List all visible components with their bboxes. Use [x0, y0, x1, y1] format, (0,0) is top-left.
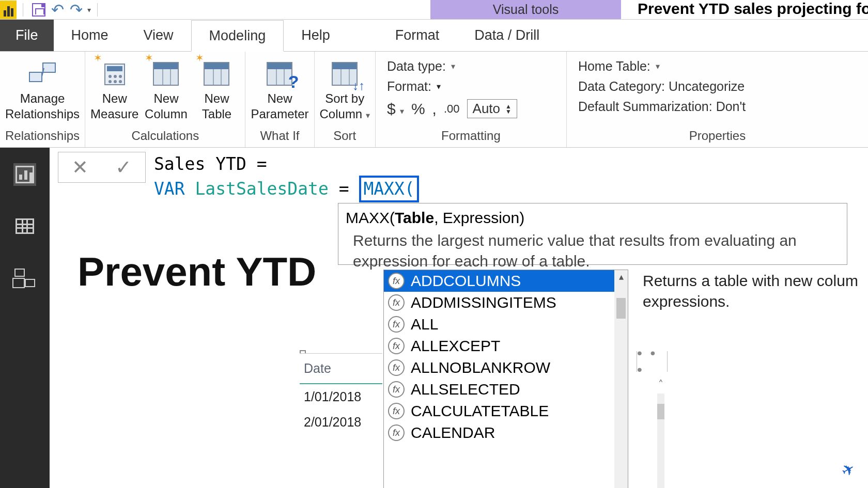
- contextual-tab-visual-tools[interactable]: Visual tools: [430, 0, 621, 19]
- formula-bar: ✕ ✓ Sales YTD = VAR LastSalesDate = MAXX…: [58, 152, 421, 203]
- svg-rect-4: [107, 66, 122, 71]
- undo-button[interactable]: ↶: [48, 1, 67, 19]
- data-category-dropdown[interactable]: Data Category: Uncategorize: [578, 79, 746, 94]
- svg-point-8: [109, 80, 112, 83]
- ribbon-group-sort: ↓↑ Sort by Column ▾ Sort: [315, 52, 376, 147]
- decimal-icon: .00: [444, 102, 460, 116]
- intellisense-item[interactable]: fxCALCULATETABLE: [384, 400, 628, 422]
- report-title-text: Prevent YTD: [78, 248, 316, 295]
- group-label-properties: Properties: [572, 127, 863, 147]
- window-title: Prevent YTD sales projecting forwa: [638, 0, 868, 18]
- svg-rect-0: [29, 72, 42, 82]
- sort-by-column-label: Sort by Column ▾: [320, 91, 370, 123]
- intellisense-item[interactable]: fxALLSELECTED: [384, 379, 628, 400]
- group-label-relationships: Relationships: [5, 127, 80, 147]
- svg-point-10: [119, 80, 122, 83]
- scroll-up-icon[interactable]: ˄: [658, 378, 663, 390]
- ribbon-tabs: File Home View Modeling Help Format Data…: [0, 20, 868, 52]
- intellisense-item[interactable]: fxALLEXCEPT: [384, 335, 628, 357]
- app-logo-icon: [0, 1, 17, 19]
- visual-options-button[interactable]: • • •: [637, 351, 668, 372]
- currency-button[interactable]: $ ▾: [387, 100, 404, 118]
- percent-button[interactable]: %: [411, 100, 425, 118]
- svg-point-9: [114, 80, 117, 83]
- new-measure-button[interactable]: ✶ New Measure: [90, 57, 138, 122]
- tab-view[interactable]: View: [126, 20, 191, 51]
- tab-home[interactable]: Home: [54, 20, 126, 51]
- cancel-formula-button[interactable]: ✕: [72, 156, 88, 179]
- home-table-dropdown[interactable]: Home Table: ▾: [578, 59, 746, 74]
- fx-icon: fx: [388, 338, 405, 354]
- fx-icon: fx: [388, 424, 405, 441]
- tab-modeling[interactable]: Modeling: [191, 20, 284, 52]
- fx-icon: fx: [388, 359, 405, 376]
- separator: [23, 3, 23, 17]
- table-header[interactable]: Date: [300, 354, 382, 384]
- ribbon-group-whatif: ? New Parameter What If: [245, 52, 314, 147]
- qat-dropdown-icon[interactable]: ▾: [87, 6, 91, 14]
- svg-rect-1: [43, 63, 55, 72]
- decimal-places-stepper[interactable]: Auto▲▼: [467, 99, 517, 118]
- intellisense-item[interactable]: fxADDMISSINGITEMS: [384, 292, 628, 313]
- table-row: 2/01/2018: [300, 410, 382, 435]
- intellisense-scrollbar[interactable]: ▴: [614, 270, 628, 488]
- manage-relationships-button[interactable]: Manage Relationships: [5, 57, 80, 122]
- nav-data-icon[interactable]: [13, 215, 36, 238]
- fx-icon: fx: [388, 316, 405, 333]
- scroll-thumb[interactable]: [616, 298, 626, 319]
- fx-icon: fx: [388, 273, 405, 289]
- visual-scrollbar[interactable]: ˄: [653, 378, 669, 488]
- formula-editor[interactable]: Sales YTD = VAR LastSalesDate = MAXX(: [152, 152, 421, 203]
- new-measure-label: New Measure: [90, 91, 138, 122]
- fx-icon: fx: [388, 294, 405, 311]
- redo-button[interactable]: ↷: [67, 1, 85, 19]
- date-table-visual[interactable]: Date 1/01/2018 2/01/2018: [300, 353, 382, 435]
- intellisense-item[interactable]: fxADDCOLUMNS: [384, 270, 628, 292]
- tab-file[interactable]: File: [0, 20, 54, 51]
- ribbon-group-calculations: ✶ New Measure ✶ New Column ✶ New Table C…: [85, 52, 245, 147]
- scroll-up-icon[interactable]: ▴: [614, 270, 628, 284]
- group-label-sort: Sort: [320, 127, 370, 147]
- ribbon-group-properties: Home Table: ▾ Data Category: Uncategoriz…: [567, 52, 868, 147]
- svg-point-7: [119, 75, 122, 78]
- fx-icon: fx: [388, 403, 405, 419]
- new-parameter-button[interactable]: ? New Parameter: [251, 57, 308, 122]
- nav-model-icon[interactable]: [13, 266, 36, 289]
- ribbon-group-formatting: Data type: ▾ Format: ▾ $ ▾ % , .00 Auto▲…: [376, 52, 567, 147]
- default-summarization-dropdown[interactable]: Default Summarization: Don't: [578, 99, 746, 114]
- scroll-thumb[interactable]: [657, 404, 664, 419]
- intellisense-item[interactable]: fxCALENDAR: [384, 422, 628, 444]
- intellisense-item[interactable]: fxALLNOBLANKROW: [384, 357, 628, 379]
- table-row: 1/01/2018: [300, 384, 382, 410]
- data-type-dropdown[interactable]: Data type: ▾: [387, 59, 517, 74]
- svg-point-5: [109, 75, 112, 78]
- left-nav: [0, 148, 50, 488]
- format-dropdown[interactable]: Format: ▾: [387, 79, 517, 94]
- tab-data-drill[interactable]: Data / Drill: [457, 20, 557, 51]
- quick-access-toolbar: ↶ ↷ ▾ Visual tools Prevent YTD sales pro…: [0, 0, 868, 20]
- intellisense-item[interactable]: fxALL: [384, 313, 628, 335]
- commit-formula-button[interactable]: ✓: [115, 156, 132, 179]
- new-column-button[interactable]: ✶ New Column: [143, 57, 189, 122]
- thousands-button[interactable]: ,: [432, 100, 437, 118]
- group-label-whatif: What If: [251, 127, 308, 147]
- manage-relationships-label: Manage Relationships: [5, 91, 80, 122]
- save-button[interactable]: [29, 1, 48, 19]
- main-area: ✕ ✓ Sales YTD = VAR LastSalesDate = MAXX…: [0, 148, 868, 488]
- svg-point-6: [114, 75, 117, 78]
- intellisense-list[interactable]: fxADDCOLUMNS fxADDMISSINGITEMS fxALL fxA…: [383, 270, 628, 488]
- new-table-button[interactable]: ✶ New Table: [193, 57, 240, 122]
- new-parameter-label: New Parameter: [251, 91, 308, 122]
- nav-report-icon[interactable]: [13, 163, 36, 186]
- fx-icon: fx: [388, 381, 405, 398]
- group-label-formatting: Formatting: [381, 127, 561, 147]
- new-column-label: New Column: [145, 91, 188, 122]
- sort-by-column-button[interactable]: ↓↑ Sort by Column ▾: [320, 57, 370, 123]
- tab-help[interactable]: Help: [284, 20, 348, 51]
- new-table-label: New Table: [202, 91, 231, 122]
- tab-format[interactable]: Format: [378, 20, 457, 51]
- separator: [97, 3, 98, 17]
- intellisense-description: Returns a table with new colum expressio…: [643, 271, 860, 312]
- ribbon: Manage Relationships Relationships ✶ New…: [0, 52, 868, 148]
- ribbon-group-relationships: Manage Relationships Relationships: [0, 52, 85, 147]
